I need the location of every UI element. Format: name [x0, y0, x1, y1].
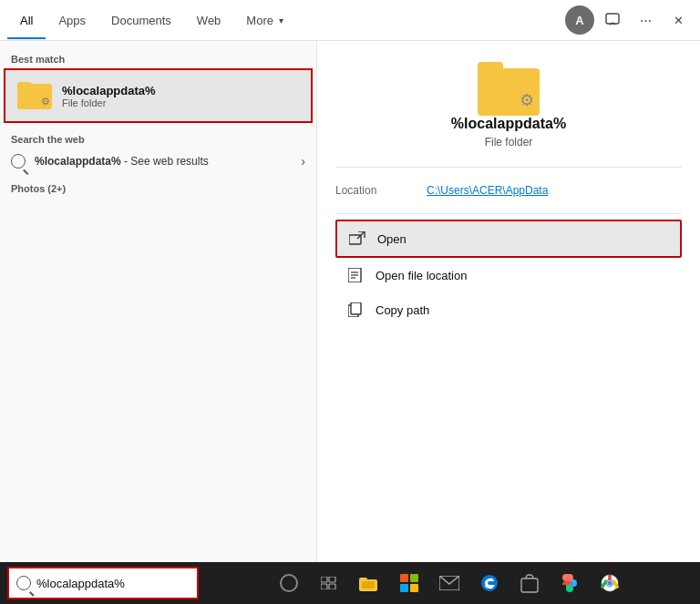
location-label: Location [335, 184, 427, 197]
svg-rect-17 [362, 581, 375, 589]
svg-rect-14 [329, 584, 335, 589]
svg-point-29 [608, 581, 612, 586]
svg-rect-18 [400, 574, 408, 582]
svg-rect-20 [400, 584, 408, 592]
chevron-down-icon: ▾ [279, 15, 283, 26]
copy-icon [346, 301, 365, 319]
feedback-button[interactable] [598, 5, 627, 35]
large-folder-icon: ⚙ [478, 68, 540, 116]
svg-line-1 [610, 23, 612, 25]
feedback-icon [605, 13, 620, 27]
edge-button[interactable] [472, 566, 507, 600]
left-panel: Best match ⚙ %localappdata% File folder [0, 41, 317, 562]
shopping-bag-icon [520, 573, 539, 593]
svg-rect-10 [351, 302, 361, 314]
search-window: All Apps Documents Web More ▾ A ⋯ ✕ Best… [0, 0, 700, 562]
svg-rect-0 [606, 14, 619, 24]
svg-rect-21 [410, 584, 418, 592]
chrome-button[interactable] [592, 566, 627, 600]
svg-point-23 [481, 575, 498, 591]
item-subtitle: File folder [62, 97, 156, 108]
task-view-icon [321, 577, 337, 589]
file-explorer-button[interactable] [352, 566, 386, 600]
taskbar [0, 562, 700, 604]
open-action[interactable]: Open [335, 220, 682, 258]
figma-icon [561, 573, 579, 593]
svg-rect-19 [410, 574, 418, 582]
open-file-location-action[interactable]: Open file location [335, 258, 682, 292]
detail-name: %localappdata% [451, 116, 566, 132]
mail-icon [439, 576, 459, 590]
tab-apps[interactable]: Apps [46, 3, 98, 38]
best-match-label: Best match [0, 50, 316, 68]
web-search-item[interactable]: %localappdata% - See web results › [0, 148, 316, 174]
location-row: Location C:\Users\ACER\AppData [335, 180, 682, 200]
detail-type: File folder [485, 136, 533, 148]
divider [335, 167, 682, 168]
gear-icon: ⚙ [41, 96, 50, 107]
taskbar-search-icon [16, 576, 31, 590]
open-file-location-label: Open file location [376, 269, 467, 282]
web-item-text: %localappdata% - See web results [35, 155, 301, 168]
svg-rect-11 [321, 577, 327, 582]
search-icon [11, 154, 26, 169]
taskbar-items [199, 566, 700, 600]
tab-bar: All Apps Documents Web More ▾ A ⋯ ✕ [0, 0, 700, 41]
open-icon [348, 230, 366, 248]
cortana-button[interactable] [272, 566, 306, 600]
item-text: %localappdata% File folder [62, 84, 156, 108]
chevron-right-icon: › [301, 154, 305, 169]
edge-icon [480, 574, 499, 592]
svg-rect-24 [521, 578, 538, 592]
item-name: %localappdata% [62, 84, 156, 97]
open-label: Open [377, 232, 407, 246]
small-folder-icon: ⚙ [17, 82, 52, 109]
search-input[interactable] [36, 577, 190, 590]
mail-button[interactable] [432, 566, 467, 600]
figma-button[interactable] [552, 566, 587, 600]
tab-all[interactable]: All [7, 3, 46, 38]
file-location-icon [346, 266, 365, 284]
right-panel: ⚙ %localappdata% File folder Location C:… [317, 41, 700, 562]
file-explorer-icon [359, 575, 379, 591]
chrome-icon [601, 574, 619, 592]
taskbar-search-box[interactable] [7, 567, 199, 599]
tab-web[interactable]: Web [184, 3, 234, 38]
copy-path-action[interactable]: Copy path [335, 292, 682, 327]
close-button[interactable]: ✕ [664, 5, 693, 35]
tab-documents[interactable]: Documents [98, 3, 184, 38]
copy-path-label: Copy path [376, 303, 429, 317]
photos-label: Photos (2+) [0, 178, 316, 200]
actions-divider [335, 213, 682, 214]
content-area: Best match ⚙ %localappdata% File folder [0, 41, 700, 562]
cortana-icon [280, 574, 298, 592]
store-button[interactable] [392, 566, 427, 600]
best-match-item[interactable]: ⚙ %localappdata% File folder [4, 68, 313, 123]
tab-more[interactable]: More ▾ [233, 3, 296, 38]
svg-line-2 [612, 23, 615, 25]
web-section: Search the web %localappdata% - See web … [0, 123, 316, 178]
gear-icon-large: ⚙ [520, 90, 534, 110]
more-options-button[interactable]: ⋯ [631, 5, 660, 35]
web-section-label: Search the web [0, 130, 316, 148]
store-icon [400, 574, 418, 592]
avatar-button[interactable]: A [565, 5, 594, 35]
header-actions: A ⋯ ✕ [565, 5, 693, 35]
svg-rect-12 [329, 577, 335, 582]
location-value[interactable]: C:\Users\ACER\AppData [427, 184, 548, 197]
msstore-button[interactable] [512, 566, 547, 600]
folder-icon: ⚙ [16, 77, 53, 114]
svg-rect-13 [321, 584, 327, 589]
task-view-button[interactable] [312, 566, 346, 600]
